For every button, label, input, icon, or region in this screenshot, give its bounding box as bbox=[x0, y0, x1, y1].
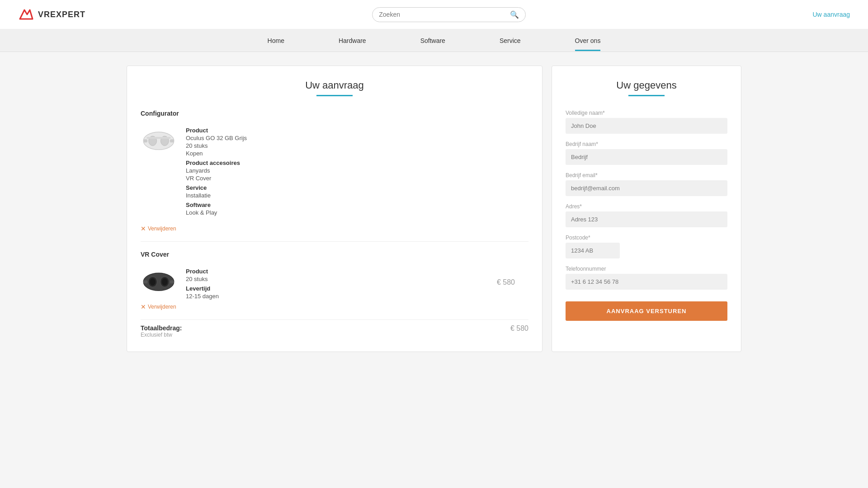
search-button[interactable]: 🔍 bbox=[510, 10, 519, 19]
vr-cover-image bbox=[141, 265, 177, 297]
totaal-row: Totaalbedrag: Exclusief btw € 580 bbox=[141, 319, 528, 338]
svg-rect-13 bbox=[143, 280, 147, 283]
input-bedrijf-naam[interactable] bbox=[566, 149, 727, 165]
logo-icon bbox=[18, 6, 34, 23]
input-telefoon[interactable] bbox=[566, 274, 727, 290]
vr-cover-title: VR Cover bbox=[141, 251, 528, 258]
input-volledige-naam[interactable] bbox=[566, 118, 727, 134]
label-volledige-naam: Volledige naam* bbox=[566, 110, 727, 116]
header: VREXPERT 🔍 Uw aanvraag bbox=[0, 0, 868, 29]
vr-cover-svg bbox=[141, 267, 177, 295]
left-panel-title: Uw aanvraag bbox=[141, 80, 528, 91]
search-bar: 🔍 bbox=[372, 7, 526, 22]
main-content: Uw aanvraag Configurator Product Oculus … bbox=[0, 52, 868, 366]
configurator-title: Configurator bbox=[141, 110, 528, 117]
configurator-details: Product Oculus GO 32 GB Grijs 20 stuks K… bbox=[186, 124, 528, 216]
vr-cover-details: Product 20 stuks Levertijd 12-15 dagen bbox=[186, 265, 488, 300]
product-label: Product bbox=[186, 127, 528, 134]
vr-headset-image bbox=[141, 124, 177, 156]
configurator-remove-label: Verwijderen bbox=[148, 225, 176, 232]
left-panel: Uw aanvraag Configurator Product Oculus … bbox=[127, 66, 542, 352]
label-telefoon: Telefoonnummer bbox=[566, 266, 727, 272]
svg-rect-0 bbox=[18, 6, 34, 23]
svg-rect-6 bbox=[170, 139, 174, 142]
field-volledige-naam: Volledige naam* bbox=[566, 110, 727, 134]
input-bedrijf-email[interactable] bbox=[566, 180, 727, 196]
levertijd-value: 12-15 dagen bbox=[186, 293, 488, 300]
uw-aanvraag-link[interactable]: Uw aanvraag bbox=[813, 11, 850, 18]
vr-product-label: Product bbox=[186, 268, 488, 275]
vr-cover-remove-label: Verwijderen bbox=[148, 304, 176, 310]
field-bedrijf-email: Bedrijf email* bbox=[566, 172, 727, 196]
accessory1: Lanyards bbox=[186, 167, 528, 174]
totaal-label: Totaalbedrag: bbox=[141, 324, 182, 332]
configurator-row: Product Oculus GO 32 GB Grijs 20 stuks K… bbox=[141, 124, 528, 216]
totaal-price: € 580 bbox=[510, 324, 528, 333]
svg-rect-14 bbox=[170, 280, 174, 283]
levertijd-label: Levertijd bbox=[186, 285, 488, 292]
product-action: Kopen bbox=[186, 150, 528, 157]
vr-price: € 580 bbox=[497, 278, 524, 286]
logo-text: VREXPERT bbox=[38, 10, 85, 19]
svg-rect-5 bbox=[143, 139, 147, 142]
search-input[interactable] bbox=[379, 11, 510, 18]
input-adres[interactable] bbox=[566, 211, 727, 227]
label-postcode: Postcode* bbox=[566, 235, 727, 241]
field-adres: Adres* bbox=[566, 203, 727, 227]
service-value: Installatie bbox=[186, 192, 528, 199]
field-telefoon: Telefoonnummer bbox=[566, 266, 727, 290]
nav-service[interactable]: Service bbox=[500, 30, 521, 51]
totaal-info: Totaalbedrag: Exclusief btw bbox=[141, 324, 182, 338]
vr-price-col: € 580 bbox=[497, 265, 528, 300]
submit-button[interactable]: AANVRAAG VERSTUREN bbox=[566, 301, 727, 321]
svg-rect-7 bbox=[146, 137, 170, 139]
nav-hardware[interactable]: Hardware bbox=[339, 30, 366, 51]
vr-cover-remove-link[interactable]: ✕ Verwijderen bbox=[141, 303, 528, 310]
vr-headset-svg bbox=[141, 127, 177, 154]
svg-point-12 bbox=[162, 278, 167, 286]
main-nav: Home Hardware Software Service Over ons bbox=[0, 29, 868, 52]
configurator-remove-link[interactable]: ✕ Verwijderen bbox=[141, 225, 528, 232]
svg-point-2 bbox=[143, 132, 174, 150]
right-panel-title: Uw gegevens bbox=[566, 80, 727, 91]
remove-x-icon: ✕ bbox=[141, 225, 146, 232]
software-value: Look & Play bbox=[186, 209, 528, 216]
left-panel-underline bbox=[316, 95, 353, 96]
product-name: Oculus GO 32 GB Grijs bbox=[186, 135, 528, 141]
svg-point-8 bbox=[143, 273, 174, 291]
field-bedrijf-naam: Bedrijf naam* bbox=[566, 141, 727, 165]
nav-software[interactable]: Software bbox=[420, 30, 445, 51]
logo: VREXPERT bbox=[18, 6, 85, 23]
totaal-sublabel: Exclusief btw bbox=[141, 332, 182, 338]
software-label: Software bbox=[186, 202, 528, 208]
vr-cover-row: Product 20 stuks Levertijd 12-15 dagen €… bbox=[141, 265, 528, 300]
accessory2: VR Cover bbox=[186, 175, 528, 182]
vr-remove-x-icon: ✕ bbox=[141, 303, 146, 310]
svg-point-11 bbox=[150, 278, 155, 286]
vr-quantity: 20 stuks bbox=[186, 276, 488, 282]
label-bedrijf-naam: Bedrijf naam* bbox=[566, 141, 727, 147]
label-adres: Adres* bbox=[566, 203, 727, 210]
section-divider bbox=[141, 241, 528, 242]
right-panel-underline bbox=[628, 95, 665, 96]
nav-over-ons[interactable]: Over ons bbox=[575, 30, 601, 51]
input-postcode[interactable] bbox=[566, 243, 620, 258]
label-bedrijf-email: Bedrijf email* bbox=[566, 172, 727, 178]
service-label: Service bbox=[186, 184, 528, 191]
accessories-label: Product accesoires bbox=[186, 160, 528, 166]
product-quantity: 20 stuks bbox=[186, 142, 528, 149]
nav-home[interactable]: Home bbox=[268, 30, 284, 51]
right-panel: Uw gegevens Volledige naam* Bedrijf naam… bbox=[552, 66, 741, 352]
field-postcode: Postcode* bbox=[566, 235, 727, 258]
